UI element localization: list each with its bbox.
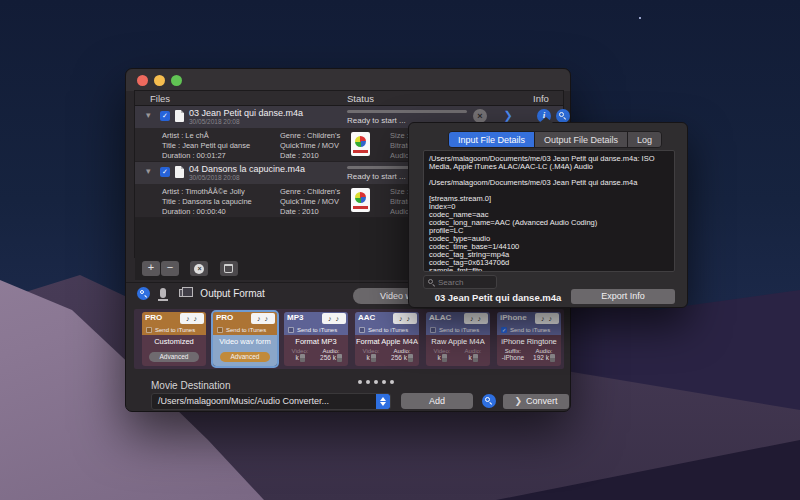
advanced-button[interactable]: Advanced (149, 352, 199, 362)
preset-card-alac[interactable]: ALAC ♪ ♪ Send to iTunes Raw Apple M4A Vi… (426, 312, 490, 366)
disclosure-triangle-icon[interactable]: ▾ (146, 110, 151, 120)
list-toolbar: +− × (142, 261, 238, 276)
video-value: k (366, 354, 369, 361)
container-text: QuickTime / MOV (280, 197, 340, 207)
preset-card-customized[interactable]: PRO ♪ ♪ Send to iTunes Customized Advanc… (142, 312, 206, 366)
duration-text: Duration : 00:01:27 (162, 151, 250, 161)
search-icon[interactable] (556, 109, 570, 123)
card-name: Raw Apple M4A (426, 335, 490, 348)
file-date: 30/05/2018 20:08 (189, 118, 240, 125)
settings-button[interactable]: × (190, 261, 208, 276)
trash-icon (224, 264, 233, 273)
desktop-wallpaper: Files Status Info ▾ ✓ 03 Jean Petit qui … (0, 0, 800, 500)
media-file-icon (351, 132, 370, 156)
microphone-icon[interactable] (160, 288, 166, 298)
chevron-right-icon: ❯ (514, 396, 522, 406)
send-to-itunes-checkbox[interactable] (359, 327, 365, 333)
send-to-itunes-checkbox[interactable]: ✓ (501, 327, 507, 333)
status-text: Ready to start ... (347, 172, 406, 181)
export-info-button[interactable]: Export Info (571, 289, 675, 304)
music-notes-icon: ♪ ♪ (251, 313, 275, 324)
card-badge: PRO (145, 313, 162, 322)
panel-file-name: 03 Jean Petit qui danse.m4a (433, 292, 563, 303)
artist-text: Artist : TimothÅÅ©e Jolly (162, 187, 252, 197)
stepper-icon[interactable] (371, 354, 376, 362)
music-notes-icon: ♪ ♪ (180, 313, 204, 324)
zoom-window-button[interactable] (171, 75, 182, 86)
audio-value: 192 (533, 354, 544, 361)
remove-file-button[interactable]: − (161, 261, 179, 276)
destination-path: /Users/malagoom/Music/Audio Converter... (158, 396, 329, 406)
convert-button[interactable]: ❯Convert (503, 394, 569, 409)
stepper-icon[interactable] (473, 354, 478, 362)
year-text: Date : 2010 (280, 207, 340, 217)
card-name: Video wav form (213, 335, 277, 348)
search-icon (428, 279, 433, 284)
preset-card-aac[interactable]: AAC ♪ ♪ Send to iTunes Format Apple M4A … (355, 312, 419, 366)
page-dot[interactable] (374, 380, 378, 384)
file-checkbox[interactable]: ✓ (160, 167, 170, 177)
file-checkbox[interactable]: ✓ (160, 111, 170, 121)
card-badge: iPhone (500, 313, 527, 322)
close-window-button[interactable] (137, 75, 148, 86)
send-to-itunes-label: Send to iTunes (155, 327, 195, 333)
details-search-field[interactable] (423, 275, 497, 289)
search-input[interactable] (438, 276, 494, 288)
video-value: k (295, 354, 298, 361)
stepper-icon[interactable] (442, 354, 447, 362)
music-notes-icon: ♪ ♪ (393, 313, 417, 324)
reveal-destination-button[interactable] (482, 394, 496, 408)
magnifier-glyph (485, 397, 490, 402)
video-label: Video: (285, 348, 315, 354)
tab-input-file-details[interactable]: Input File Details (449, 132, 535, 147)
music-notes-icon: ♪ ♪ (535, 313, 559, 324)
year-text: Date : 2010 (280, 151, 340, 161)
send-to-itunes-label: Send to iTunes (439, 327, 479, 333)
video-value: k (437, 354, 440, 361)
stepper-icon[interactable] (300, 354, 305, 362)
stepper-icon[interactable] (408, 354, 413, 362)
destination-path-select[interactable]: /Users/malagoom/Music/Audio Converter... (151, 393, 391, 410)
titlebar[interactable] (126, 69, 570, 91)
add-destination-button[interactable]: Add (401, 393, 473, 409)
suffix-value: -iPhone (502, 354, 524, 361)
page-dot[interactable] (382, 380, 386, 384)
send-to-itunes-label: Send to iTunes (226, 327, 266, 333)
magnifier-glyph (140, 290, 144, 294)
page-dot[interactable] (366, 380, 370, 384)
page-dot[interactable] (390, 380, 394, 384)
advanced-button[interactable]: Advanced (220, 352, 270, 362)
preset-card-mp3[interactable]: MP3 ♪ ♪ Send to iTunes Format MP3 Video:… (284, 312, 348, 366)
send-to-itunes-checkbox[interactable] (288, 327, 294, 333)
info-popover: Input File Details Output File Details L… (408, 122, 688, 308)
send-to-itunes-label: Send to iTunes (297, 327, 337, 333)
file-details-text[interactable]: /Users/malagoom/Documents/me/03 Jean Pet… (423, 150, 675, 272)
card-name: Format MP3 (284, 335, 348, 348)
clear-list-button[interactable] (220, 261, 238, 276)
tab-log[interactable]: Log (628, 132, 661, 147)
card-badge: MP3 (287, 313, 303, 322)
audio-value: 256 (391, 354, 402, 361)
cancel-icon[interactable]: × (473, 109, 487, 123)
disclosure-triangle-icon[interactable]: ▾ (146, 166, 151, 176)
preset-cards: PRO ♪ ♪ Send to iTunes Customized Advanc… (134, 309, 564, 369)
page-dot[interactable] (358, 380, 362, 384)
preset-card-video-wav-form[interactable]: PRO ♪ ♪ Send to iTunes Video wav form Ad… (213, 312, 277, 366)
add-file-button[interactable]: + (142, 261, 160, 276)
send-to-itunes-checkbox[interactable] (430, 327, 436, 333)
send-to-itunes-checkbox[interactable] (217, 327, 223, 333)
copy-icon[interactable] (179, 289, 188, 297)
start-conversion-icon[interactable]: ❯ (501, 108, 515, 122)
minimize-window-button[interactable] (154, 75, 165, 86)
stepper-icon[interactable] (550, 354, 555, 362)
tab-output-file-details[interactable]: Output File Details (535, 132, 628, 147)
document-icon (175, 110, 184, 122)
preset-card-iphone[interactable]: iPhone ♪ ♪ ✓ Send to iTunes iPhone Ringt… (497, 312, 561, 366)
send-to-itunes-checkbox[interactable] (146, 327, 152, 333)
stepper-icon[interactable] (337, 354, 342, 362)
page-indicator[interactable] (346, 370, 406, 388)
card-badge: ALAC (429, 313, 451, 322)
combo-stepper-icon[interactable] (376, 394, 390, 409)
search-presets-button[interactable] (137, 287, 150, 300)
music-notes-icon: ♪ ♪ (464, 313, 488, 324)
